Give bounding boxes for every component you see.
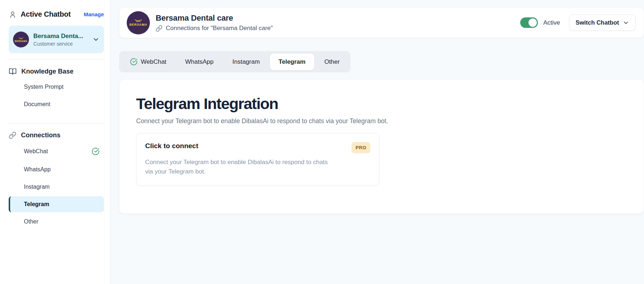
knowledge-base-title: Knowledge Base	[21, 68, 73, 75]
tab-label: Other	[324, 58, 340, 66]
sidebar-divider	[9, 123, 104, 124]
nav-item-label: WhatsApp	[24, 166, 51, 173]
chatbot-name: Bersama Denta...	[33, 33, 83, 40]
switch-chatbot-button[interactable]: Switch Chatbot	[569, 14, 636, 31]
telegram-integration-panel: Telegram Integration Connect your Telegr…	[119, 79, 644, 214]
pro-badge: PRO	[352, 142, 370, 153]
active-toggle-label: Active	[543, 19, 560, 26]
active-toggle[interactable]	[520, 17, 538, 28]
toggle-knob	[529, 18, 537, 27]
chatbot-avatar: BERSAMA	[13, 32, 29, 47]
tab-webchat[interactable]: WebChat	[121, 53, 175, 70]
nav-item-label: Instagram	[24, 184, 50, 190]
sidebar-item-webchat[interactable]: WebChat	[9, 143, 104, 160]
connect-card[interactable]: Click to connect PRO Connect your Telegr…	[136, 133, 379, 186]
sidebar-item-whatsapp[interactable]: WhatsApp	[9, 162, 104, 178]
chatbot-subtitle: Customer service	[33, 41, 83, 47]
nav-item-label: WebChat	[24, 148, 48, 155]
avatar-wings-icon	[17, 37, 25, 40]
sidebar-item-telegram[interactable]: Telegram	[9, 196, 104, 212]
person-icon	[9, 11, 17, 18]
tab-other[interactable]: Other	[316, 54, 349, 70]
tab-whatsapp[interactable]: WhatsApp	[177, 54, 222, 70]
chatbot-selector[interactable]: BERSAMA Bersama Denta... Customer servic…	[9, 26, 104, 53]
tab-instagram[interactable]: Instagram	[224, 54, 269, 70]
sidebar-header: Active Chatbot Manage	[9, 10, 104, 18]
manage-link[interactable]: Manage	[84, 11, 104, 17]
page-subtitle-text: Connections for "Bersama Dental care"	[166, 25, 273, 32]
connections-title: Connections	[21, 131, 60, 139]
connections-header: Connections	[9, 131, 104, 139]
nav-item-label: Other	[24, 218, 38, 225]
nav-item-label: Document	[24, 101, 50, 108]
sidebar: Active Chatbot Manage BERSAMA Bersama De…	[0, 0, 111, 284]
nav-item-label: Telegram	[24, 201, 49, 208]
check-circle-icon	[130, 58, 138, 66]
switch-chatbot-label: Switch Chatbot	[576, 19, 619, 26]
nav-item-label: System Prompt	[24, 84, 63, 90]
link-icon	[9, 131, 16, 139]
integration-title: Telegram Integration	[136, 95, 627, 113]
tab-label: Instagram	[232, 58, 260, 66]
connect-card-description: Connect your Telegram bot to enable Diba…	[145, 158, 337, 177]
chatbot-avatar-large: BERSAMA	[127, 11, 150, 34]
page-subtitle: Connections for "Bersama Dental care"	[156, 25, 273, 32]
sidebar-divider	[9, 59, 104, 59]
tab-label: Telegram	[279, 58, 306, 66]
chevron-down-icon[interactable]	[92, 36, 100, 43]
main-content: BERSAMA Bersama Dental care Connections …	[111, 0, 644, 284]
knowledge-base-header: Knowledge Base	[9, 67, 104, 75]
sidebar-item-document[interactable]: Document	[9, 96, 104, 112]
sidebar-item-instagram[interactable]: Instagram	[9, 179, 104, 195]
check-circle-icon	[92, 147, 100, 155]
tab-label: WebChat	[141, 58, 167, 66]
sidebar-title: Active Chatbot	[21, 10, 71, 18]
book-open-icon	[9, 67, 17, 75]
chatbot-header-card: BERSAMA Bersama Dental care Connections …	[119, 7, 644, 38]
integration-description: Connect your Telegram bot to enable Diba…	[136, 117, 627, 125]
page-title: Bersama Dental care	[156, 13, 273, 23]
chevron-down-icon	[623, 20, 629, 26]
channel-tabs: WebChat WhatsApp Instagram Telegram Othe…	[119, 51, 350, 72]
connect-card-title: Click to connect	[145, 142, 198, 150]
sidebar-item-system-prompt[interactable]: System Prompt	[9, 79, 104, 95]
avatar-wings-icon	[133, 19, 144, 23]
tab-label: WhatsApp	[185, 58, 214, 66]
avatar-label: BERSAMA	[129, 23, 147, 26]
chatbot-avatar-label: BERSAMA	[15, 40, 28, 42]
link-icon	[156, 25, 163, 32]
sidebar-item-other[interactable]: Other	[9, 214, 104, 230]
tab-telegram[interactable]: Telegram	[270, 54, 314, 70]
